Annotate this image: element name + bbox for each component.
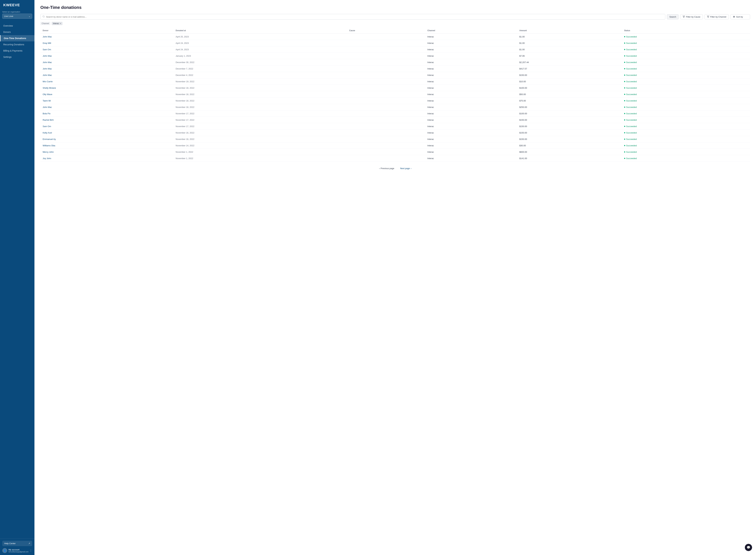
- cell-donor[interactable]: John Mac: [40, 59, 174, 66]
- cell-donor[interactable]: John Mac: [40, 66, 174, 72]
- cell-donated-at: November 14, 2022: [174, 142, 347, 149]
- cell-amount: $150.00: [517, 123, 622, 130]
- col-cause: Cause: [347, 28, 425, 34]
- cell-donor[interactable]: Mercy John: [40, 149, 174, 155]
- cell-donor[interactable]: Williams Oba: [40, 142, 174, 149]
- filter-cause-button[interactable]: Filter by Cause: [680, 14, 703, 19]
- sidebar-item-billing-payments[interactable]: Billing & Payments: [0, 48, 35, 54]
- cell-donor[interactable]: Sam Om: [40, 123, 174, 130]
- cell-status: Succeeded: [622, 149, 750, 155]
- cell-donor[interactable]: Bola Flo: [40, 110, 174, 117]
- cell-status: Succeeded: [622, 34, 750, 40]
- table-row: Gray MillApril 24, 2023Interac$1.00Succe…: [40, 40, 750, 46]
- avatar: 👤: [2, 548, 7, 553]
- org-section: Select an organisation Live Love ⌄: [0, 10, 35, 21]
- cell-donor[interactable]: Kelly Acel: [40, 130, 174, 136]
- cell-donor[interactable]: Olly Wave: [40, 91, 174, 97]
- external-link-icon: ↗: [29, 542, 30, 545]
- status-dot: [624, 36, 625, 37]
- table-row: Sam OmNovember 17, 2022Interac$150.00Suc…: [40, 123, 750, 130]
- org-selector[interactable]: Live Love ⌄: [2, 14, 32, 19]
- cell-cause: [347, 40, 425, 46]
- cell-donor[interactable]: John Mac: [40, 72, 174, 78]
- status-badge: Succeeded: [624, 42, 637, 44]
- sidebar-item-one-time-donations[interactable]: One-Time Donations: [0, 35, 35, 41]
- cell-donor[interactable]: Sam Om: [40, 46, 174, 53]
- cell-amount: $141.00: [517, 155, 622, 162]
- cell-donor[interactable]: Rachel Birh: [40, 117, 174, 123]
- status-badge: Succeeded: [624, 131, 637, 134]
- status-badge: Succeeded: [624, 87, 637, 89]
- filter-channel-icon: [707, 15, 709, 18]
- cell-cause: [347, 136, 425, 142]
- status-badge: Succeeded: [624, 74, 637, 76]
- donations-table: DonorDonated atCauseChannelAmountStatus …: [40, 28, 750, 162]
- filter-tags: Channel Interac ×: [40, 22, 750, 25]
- status-badge: Succeeded: [624, 138, 637, 140]
- cell-status: Succeeded: [622, 91, 750, 97]
- cell-donor[interactable]: John Mac: [40, 34, 174, 40]
- status-badge: Succeeded: [624, 80, 637, 83]
- cell-donor[interactable]: Joy John: [40, 155, 174, 162]
- cell-donor[interactable]: Taem Mi: [40, 97, 174, 104]
- cell-donated-at: April 24, 2023: [174, 40, 347, 46]
- cell-channel: Interac: [425, 53, 517, 59]
- sort-button[interactable]: Sort by: [730, 14, 750, 19]
- cell-channel: Interac: [425, 104, 517, 110]
- cell-amount: $7.06: [517, 53, 622, 59]
- prev-label: Previous page: [381, 167, 394, 170]
- account-row: 👤 My account lemuelbarango@gmail.com ⋮: [2, 548, 32, 553]
- cell-channel: Interac: [425, 117, 517, 123]
- cell-donor[interactable]: Gray Mill: [40, 40, 174, 46]
- status-dot: [624, 62, 625, 63]
- cell-amount: $1.00: [517, 46, 622, 53]
- help-center-button[interactable]: Help Center ↗: [2, 541, 32, 546]
- remove-interac-filter-icon[interactable]: ×: [60, 22, 61, 25]
- account-more-icon[interactable]: ⋮: [30, 549, 32, 552]
- cell-donated-at: November 1, 2022: [174, 149, 347, 155]
- sidebar-item-donors[interactable]: Donors: [0, 29, 35, 35]
- filter-channel-button[interactable]: Filter by Channel: [705, 14, 729, 19]
- interac-filter-value: Interac: [53, 22, 59, 25]
- cell-donated-at: April 25, 2023: [174, 34, 347, 40]
- cell-donor[interactable]: Shelly Mclane: [40, 85, 174, 91]
- chat-bubble[interactable]: 💬: [745, 544, 752, 551]
- cell-cause: [347, 78, 425, 85]
- cell-cause: [347, 117, 425, 123]
- cell-donor[interactable]: John Mac: [40, 104, 174, 110]
- cell-channel: Interac: [425, 130, 517, 136]
- cell-channel: Interac: [425, 66, 517, 72]
- cell-donated-at: November 18, 2022: [174, 91, 347, 97]
- cell-donor[interactable]: John Mac: [40, 53, 174, 59]
- next-page-button[interactable]: Next page ›: [398, 166, 413, 171]
- cell-status: Succeeded: [622, 53, 750, 59]
- cell-cause: [347, 85, 425, 91]
- svg-line-1: [44, 17, 45, 17]
- page-title: One-Time donations: [40, 5, 750, 10]
- cell-donated-at: December 4, 2022: [174, 72, 347, 78]
- search-wrapper: [40, 14, 665, 19]
- sidebar-item-settings[interactable]: Settings: [0, 54, 35, 60]
- status-badge: Succeeded: [624, 106, 637, 109]
- cell-amount: $50.00: [517, 91, 622, 97]
- cell-status: Succeeded: [622, 123, 750, 130]
- sidebar-item-overview[interactable]: Overview: [0, 23, 35, 29]
- prev-page-button[interactable]: ‹ Previous page: [377, 166, 396, 171]
- cell-donated-at: November 1, 2022: [174, 155, 347, 162]
- sort-icon: [733, 15, 735, 18]
- cell-amount: $1.00: [517, 40, 622, 46]
- sidebar-item-recurring-donations[interactable]: Recurring Donations: [0, 41, 35, 48]
- search-input[interactable]: [46, 15, 663, 18]
- status-dot: [624, 87, 625, 88]
- status-dot: [624, 81, 625, 82]
- cell-amount: $75.00: [517, 97, 622, 104]
- cell-donated-at: November 18, 2022: [174, 104, 347, 110]
- chevron-down-icon: ⌄: [29, 15, 30, 17]
- table-row: Mrs CarrieNovember 19, 2022Interac$10.00…: [40, 78, 750, 85]
- cell-donor[interactable]: Emmanuel Ay: [40, 136, 174, 142]
- cell-donated-at: November 17, 2022: [174, 110, 347, 117]
- cell-amount: $150.00: [517, 72, 622, 78]
- search-button[interactable]: Search: [667, 14, 678, 19]
- col-amount: Amount: [517, 28, 622, 34]
- cell-donor[interactable]: Mrs Carrie: [40, 78, 174, 85]
